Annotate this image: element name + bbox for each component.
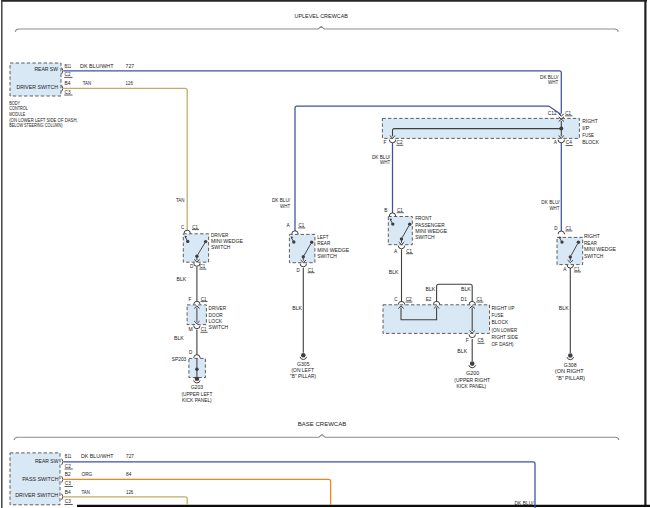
- svg-text:PASS SWITCH: PASS SWITCH: [22, 476, 59, 482]
- svg-text:REAR SW: REAR SW: [35, 458, 59, 464]
- svg-text:TAN: TAN: [83, 80, 92, 86]
- svg-text:BASE CREWCAB: BASE CREWCAB: [298, 421, 347, 427]
- svg-text:SP203: SP203: [172, 357, 187, 362]
- svg-text:C1: C1: [574, 267, 580, 272]
- svg-text:G203: G203: [191, 385, 204, 390]
- svg-text:SWITCH: SWITCH: [415, 235, 435, 240]
- svg-text:RIGHT: RIGHT: [582, 119, 598, 124]
- svg-text:DK BLU/: DK BLU/: [541, 200, 560, 205]
- svg-text:727: 727: [126, 453, 134, 459]
- svg-text:C12: C12: [548, 111, 557, 116]
- svg-text:G200: G200: [466, 371, 480, 376]
- svg-text:C1: C1: [477, 297, 483, 302]
- svg-text:DRIVER: DRIVER: [209, 306, 227, 311]
- svg-text:RIGHT SIDE: RIGHT SIDE: [492, 335, 519, 340]
- svg-text:F: F: [384, 140, 387, 145]
- svg-text:CONTROL: CONTROL: [9, 106, 28, 111]
- svg-text:BLK: BLK: [457, 349, 468, 354]
- svg-text:DK BLU/: DK BLU/: [272, 198, 291, 203]
- svg-text:(ON LEFT: (ON LEFT: [291, 368, 314, 373]
- svg-text:B11: B11: [65, 64, 72, 69]
- svg-text:OF DASH): OF DASH): [492, 342, 514, 347]
- svg-text:BLOCK: BLOCK: [582, 140, 600, 145]
- svg-text:DK BLU/: DK BLU/: [372, 155, 391, 160]
- svg-text:C3: C3: [65, 90, 71, 95]
- svg-text:SWITCH: SWITCH: [317, 254, 337, 259]
- svg-text:BLK: BLK: [177, 277, 188, 282]
- svg-text:D: D: [554, 226, 558, 231]
- svg-text:B4: B4: [65, 490, 71, 495]
- svg-text:DRIVER SWITCH: DRIVER SWITCH: [15, 492, 58, 498]
- svg-text:C: C: [394, 297, 398, 302]
- svg-text:FUSE: FUSE: [492, 313, 504, 318]
- svg-text:BLK: BLK: [292, 306, 303, 311]
- svg-text:126: 126: [126, 80, 133, 86]
- svg-text:KICK PANEL): KICK PANEL): [457, 384, 487, 389]
- svg-text:I/P: I/P: [582, 126, 589, 131]
- svg-text:C4: C4: [566, 140, 572, 145]
- svg-text:KICK PANEL): KICK PANEL): [182, 398, 212, 403]
- svg-text:(ON RIGHT: (ON RIGHT: [555, 369, 584, 374]
- svg-text:C5: C5: [478, 338, 484, 343]
- svg-text:BELOW STEERING COLUMN): BELOW STEERING COLUMN): [9, 123, 63, 128]
- svg-text:DRIVER SWITCH: DRIVER SWITCH: [16, 84, 58, 90]
- svg-text:SWITCH: SWITCH: [211, 245, 231, 250]
- svg-text:SWITCH: SWITCH: [209, 325, 229, 330]
- svg-text:MINI WEDGE: MINI WEDGE: [584, 247, 616, 252]
- svg-text:RIGHT: RIGHT: [584, 234, 600, 239]
- svg-text:C3: C3: [65, 499, 71, 504]
- svg-text:B4: B4: [65, 81, 71, 86]
- svg-text:REAR SW: REAR SW: [34, 66, 58, 72]
- svg-text:D: D: [297, 268, 301, 273]
- svg-text:C1: C1: [200, 264, 206, 269]
- svg-text:LOCK: LOCK: [209, 319, 223, 324]
- svg-text:MODULE: MODULE: [9, 112, 25, 117]
- svg-text:BLK: BLK: [426, 287, 437, 292]
- svg-text:D: D: [189, 350, 193, 355]
- svg-text:TAN: TAN: [82, 489, 91, 495]
- svg-text:REAR: REAR: [584, 241, 598, 246]
- svg-text:C1: C1: [566, 226, 572, 231]
- svg-text:(ON LOWER: (ON LOWER: [492, 328, 518, 333]
- svg-text:F: F: [466, 338, 469, 343]
- svg-text:WHT: WHT: [549, 206, 559, 211]
- svg-text:DRIVER: DRIVER: [211, 233, 229, 238]
- svg-text:"B" PILLAR): "B" PILLAR): [556, 376, 585, 381]
- svg-text:E2: E2: [426, 297, 432, 302]
- svg-text:BODY: BODY: [9, 101, 21, 106]
- svg-text:D: D: [190, 264, 194, 269]
- svg-text:MINI WEDGE: MINI WEDGE: [211, 239, 243, 244]
- svg-text:BLK: BLK: [461, 287, 472, 292]
- svg-text:BLK: BLK: [174, 336, 185, 341]
- svg-text:TAN: TAN: [176, 198, 185, 203]
- svg-text:WHT: WHT: [280, 204, 290, 209]
- svg-text:MINI WEDGE: MINI WEDGE: [415, 229, 447, 234]
- svg-text:UPLEVEL CREWCAB: UPLEVEL CREWCAB: [295, 13, 349, 19]
- svg-text:B2: B2: [65, 472, 71, 477]
- svg-text:DK BLU/WHT: DK BLU/WHT: [80, 63, 114, 69]
- svg-text:ORG: ORG: [82, 471, 93, 477]
- svg-text:F: F: [189, 297, 192, 302]
- svg-text:BLK: BLK: [389, 270, 400, 275]
- svg-text:DK BLU/: DK BLU/: [540, 75, 559, 80]
- svg-text:WHT: WHT: [380, 160, 390, 165]
- svg-text:C1: C1: [192, 225, 198, 230]
- svg-text:C1: C1: [565, 111, 571, 116]
- svg-text:WHT: WHT: [548, 80, 558, 85]
- svg-text:C1: C1: [308, 268, 314, 273]
- svg-text:C1: C1: [201, 297, 207, 302]
- svg-text:LEFT: LEFT: [317, 235, 328, 240]
- svg-text:FUSE: FUSE: [582, 133, 594, 138]
- svg-text:(UPPER LEFT: (UPPER LEFT: [181, 392, 212, 397]
- svg-text:C3: C3: [65, 481, 71, 486]
- svg-text:84: 84: [126, 471, 132, 477]
- svg-text:C: C: [181, 225, 185, 230]
- svg-text:DK BLU/WHT: DK BLU/WHT: [81, 453, 114, 459]
- svg-text:BLOCK: BLOCK: [492, 320, 510, 325]
- svg-text:G305: G305: [297, 362, 310, 367]
- svg-text:D1: D1: [461, 297, 467, 302]
- svg-text:BLK: BLK: [559, 306, 570, 311]
- svg-text:B: B: [384, 208, 387, 213]
- svg-text:126: 126: [126, 489, 133, 495]
- svg-text:(UPPER RIGHT: (UPPER RIGHT: [454, 378, 490, 383]
